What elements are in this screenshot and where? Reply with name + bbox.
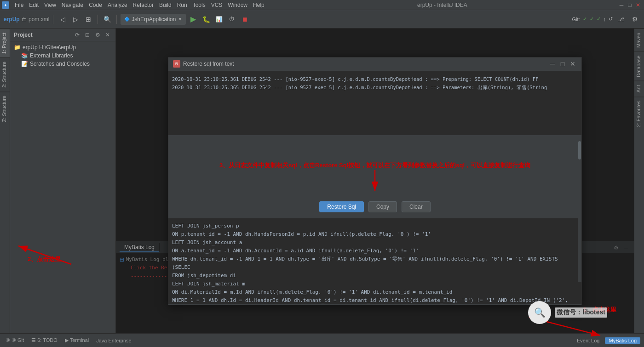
git-check3: ✓: [597, 16, 601, 22]
modal-log-line-2: 2020-10-31 23:10:25.365 DEBUG 2542 --- […: [172, 83, 578, 91]
git-label: Git:: [572, 17, 580, 22]
modal-controls: ─ □ ✕: [548, 60, 577, 68]
sql-line-8: ON di.MaterialId = m.Id AND ifnull(m.del…: [172, 288, 578, 296]
java-enterprise-label: Java Enterprise: [96, 338, 131, 343]
restore-sql-modal: R Restore sql from text ─ □ ✕ 2020-10-31…: [168, 57, 582, 305]
menu-item-help[interactable]: Help: [250, 1, 267, 9]
maven-tab[interactable]: Maven: [634, 28, 644, 51]
sql-line-7: LEFT JOIN jsh_material m: [172, 280, 578, 288]
menu-item-build[interactable]: Build: [156, 1, 174, 9]
search-btn[interactable]: 🔍: [102, 14, 113, 25]
status-git[interactable]: ⑨ ⑨ Git: [4, 337, 26, 343]
menu-item-run[interactable]: Run: [174, 1, 190, 9]
git-info: Git: ✓ ✓ ✓ ↑ ↺ ⎇ ⚙: [572, 14, 640, 25]
close-panel-btn[interactable]: ✕: [104, 31, 112, 39]
modal-sql-output[interactable]: LEFT JOIN jsh_person p ON p.tenant_id = …: [168, 218, 581, 305]
modal-btn-row: Restore Sql Copy Clear: [168, 195, 581, 218]
gear-icon[interactable]: ⚙: [93, 31, 102, 39]
todo-status-label: ☰ 6: TODO: [31, 337, 58, 343]
tree-item-scratches[interactable]: 📝 Scratches and Consoles: [17, 60, 115, 68]
database-tab[interactable]: Database: [634, 51, 644, 81]
git-check: ✓: [583, 16, 587, 22]
pom-file: 🗀 pom.xml: [22, 16, 50, 23]
modal-minimize[interactable]: ─: [548, 60, 557, 68]
git-refresh[interactable]: ↺: [609, 16, 613, 22]
collapse-btn[interactable]: ⊟: [83, 31, 92, 39]
sync-btn[interactable]: ⟳: [73, 31, 81, 39]
profile-btn[interactable]: ⏱: [226, 14, 237, 25]
run-btn[interactable]: ▶: [188, 14, 199, 25]
status-event-log[interactable]: Event Log: [575, 338, 602, 343]
sql-line-1: LEFT JOIN jsh_person p: [172, 222, 578, 230]
menu-item-file[interactable]: File: [12, 1, 26, 9]
ext-lib-label: External Libraries: [30, 52, 73, 59]
modal-annotation-area: 3、从日志文件中复制相关sql，点击Restore Sql按钮，就可以在下方看到…: [168, 136, 581, 195]
status-right: Event Log MyBatis Log: [575, 337, 640, 344]
menu-item-window[interactable]: Window: [225, 1, 250, 9]
menu-item-navigate[interactable]: Navigate: [59, 1, 86, 9]
git-branch-btn[interactable]: ⎇: [615, 14, 627, 25]
back-btn[interactable]: ◁: [57, 14, 68, 25]
modal-title: Restore sql from text: [183, 61, 548, 67]
status-mybatis-log[interactable]: MyBatis Log: [605, 337, 640, 344]
menu-item-refactor[interactable]: Refactor: [130, 1, 156, 9]
git-status-icon: ⑨: [6, 337, 10, 343]
favorites-tab[interactable]: 2: Favorites: [634, 97, 644, 131]
structure-tab[interactable]: 2: Structure: [0, 57, 10, 91]
erpup-folder-icon: 📁: [14, 44, 21, 51]
menu-item-analyze[interactable]: Analyze: [105, 1, 130, 9]
toolbar-sep-3: [116, 15, 117, 24]
window-minimize[interactable]: ─: [617, 1, 626, 9]
menu-item-code[interactable]: Code: [86, 1, 105, 9]
status-bar: ⑨ ⑨ Git ☰ 6: TODO ▶ Terminal Java Enterp…: [0, 333, 644, 347]
clear-btn[interactable]: Clear: [402, 201, 431, 212]
menu-item-edit[interactable]: Edit: [26, 1, 41, 9]
toolbar-sep-1: [53, 15, 53, 24]
scratches-icon: 📝: [21, 61, 28, 67]
status-java-enterprise[interactable]: Java Enterprise: [94, 338, 133, 343]
stop-btn[interactable]: ⏹: [239, 14, 250, 25]
terminal-status-label: ▶ Terminal: [65, 337, 89, 343]
project-and-editor: Project ⟳ ⊟ ⚙ ✕ 📁 erpUp H:\Gitee\erpUp 📚…: [10, 28, 634, 333]
menu-item-tools[interactable]: Tools: [190, 1, 208, 9]
toolbar: erpUp 🗀 pom.xml ◁ ▷ ⊞ 🔍 🔷 JshErpApplicat…: [0, 10, 644, 28]
run-config-label: JshErpApplication: [132, 16, 176, 23]
restore-sql-btn[interactable]: Restore Sql: [319, 201, 364, 212]
scratches-label: Scratches and Consoles: [30, 61, 90, 67]
forward-btn[interactable]: ▷: [70, 14, 81, 25]
settings-btn[interactable]: ⚙: [629, 14, 640, 25]
project-name: erpUp: [4, 16, 20, 23]
ext-lib-icon: 📚: [21, 52, 28, 59]
modal-scrollbar-thumb: [578, 141, 581, 159]
erpup-label: erpUp H:\Gitee\erpUp: [23, 44, 76, 51]
modal-body: 2020-10-31 23:10:25.361 DEBUG 2542 --- […: [168, 71, 581, 305]
tree-item-external-libraries[interactable]: 📚 External Libraries: [17, 51, 115, 60]
window-maximize[interactable]: □: [626, 1, 634, 9]
modal-scrollbar[interactable]: [578, 136, 581, 282]
run-config-selector[interactable]: 🔷 JshErpApplication ▼: [121, 14, 186, 25]
debug-btn[interactable]: 🐛: [201, 14, 212, 25]
status-todo[interactable]: ☰ 6: TODO: [29, 337, 59, 343]
project-panel-header: Project ⟳ ⊟ ⚙ ✕: [10, 28, 115, 41]
menu-item-view[interactable]: View: [41, 1, 59, 9]
recent-files-btn[interactable]: ⊞: [83, 14, 94, 25]
main-content: Project ⟳ ⊟ ⚙ ✕ 📁 erpUp H:\Gitee\erpUp 📚…: [10, 28, 634, 333]
ant-tab[interactable]: Ant: [634, 81, 644, 97]
project-tree: 📁 erpUp H:\Gitee\erpUp 📚 External Librar…: [10, 41, 115, 333]
modal-close[interactable]: ✕: [569, 60, 577, 68]
modal-log-line-1: 2020-10-31 23:10:25.361 DEBUG 2542 --- […: [172, 75, 578, 83]
modal-maximize[interactable]: □: [558, 60, 567, 68]
modal-titlebar: R Restore sql from text ─ □ ✕: [168, 57, 581, 71]
project-panel: Project ⟳ ⊟ ⚙ ✕ 📁 erpUp H:\Gitee\erpUp 📚…: [10, 28, 116, 333]
window-close[interactable]: ✕: [634, 1, 642, 9]
copy-btn[interactable]: Copy: [368, 201, 397, 212]
project-panel-title: Project: [14, 32, 71, 38]
project-tab[interactable]: 1: Project: [0, 28, 10, 57]
status-terminal[interactable]: ▶ Terminal: [63, 337, 91, 343]
sql-line-5: WHERE dh.tenant_id = -1 AND 1 = 1 AND dh…: [172, 255, 578, 272]
modal-icon: R: [173, 60, 180, 68]
coverage-btn[interactable]: 📊: [213, 14, 224, 25]
tree-item-erpup[interactable]: 📁 erpUp H:\Gitee\erpUp: [10, 43, 115, 51]
menu-item-vcs[interactable]: VCS: [208, 1, 225, 9]
z-structure-tab[interactable]: Z: Structure: [0, 91, 10, 125]
